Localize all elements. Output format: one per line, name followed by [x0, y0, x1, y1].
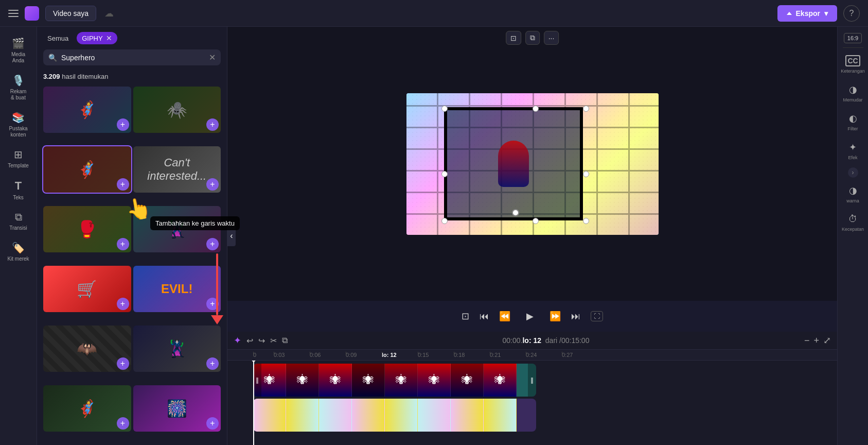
selection-handle-mr[interactable] [583, 171, 589, 177]
frame-2: 🕷 [319, 364, 352, 397]
ruler-mark-9: 0:27 [562, 352, 598, 358]
gif-item-3[interactable]: Can't interested... + [133, 146, 221, 193]
search-row: 🔍 ✕ [43, 49, 221, 65]
gif-item-4[interactable]: 🥊 + [43, 206, 131, 252]
sidebar-item-brand[interactable]: 🏷️ Kit merek [2, 237, 35, 266]
gif-add-button-2[interactable]: + [117, 178, 129, 191]
gif-frame-5 [418, 399, 451, 432]
right-panel-captions[interactable]: CC Keterangan [839, 52, 867, 77]
gif-item-10[interactable]: 🦸 + [43, 385, 131, 432]
magic-tool-button[interactable]: ✦ [234, 335, 241, 346]
playhead[interactable] [253, 361, 254, 445]
fast-forward-button[interactable]: ⏩ [550, 311, 561, 322]
ratio-badge[interactable]: 16:9 [844, 33, 862, 43]
ruler-mark-3: 0:09 [346, 352, 382, 358]
selection-handle-tr[interactable] [583, 106, 589, 112]
redo-button[interactable]: ↪ [258, 336, 265, 346]
project-title[interactable]: Video saya [45, 6, 96, 21]
subtitle-toggle-button[interactable]: ⊡ [462, 311, 469, 322]
gif-add-button-6[interactable]: + [117, 298, 129, 310]
pip-button[interactable]: ⧉ [525, 31, 540, 45]
zoom-out-button[interactable]: − [804, 335, 810, 346]
panel-collapse-button[interactable]: ‹ [227, 226, 236, 246]
gif-item-6[interactable]: 🛒 + [43, 266, 131, 312]
blend-label: Memudar [843, 97, 862, 102]
timeline-tracks: ‖ 🕷 🕷 🕷 🕷 🕷 🕷 🕷 🕷 ‖ [227, 361, 837, 445]
filter-icon: ◐ [849, 113, 857, 124]
blend-icon: ◑ [849, 84, 857, 95]
right-panel-blend[interactable]: ◑ Memudar [839, 81, 867, 106]
color-label: warna [846, 198, 859, 203]
track-handle-left-video[interactable]: ‖ [253, 364, 261, 397]
preview-toolbar: ⊡ ⧉ ··· [506, 31, 559, 45]
help-button[interactable]: ? [843, 5, 860, 22]
effects-label: Efek [848, 155, 857, 160]
gif-item-8[interactable]: 🦇 + [43, 326, 131, 372]
sidebar-item-text[interactable]: T Teks [2, 175, 35, 205]
sidebar-item-transition[interactable]: ⧉ Transisi [2, 207, 35, 235]
selection-handle-bm[interactable] [533, 218, 539, 224]
rewind-button[interactable]: ⏪ [499, 311, 510, 322]
gif-add-button-8[interactable]: + [117, 357, 129, 370]
gif-add-button-3[interactable]: + [206, 178, 219, 191]
playback-controls: ⊡ ⏮ ⏪ ▶ ⏩ ⏭ ⛶ [227, 301, 837, 332]
copy-button[interactable]: ⧉ [282, 336, 288, 345]
filter-giphy-close[interactable]: ✕ [106, 34, 112, 42]
gif-add-button-1[interactable]: + [206, 118, 219, 131]
sidebar-item-library[interactable]: 📚 Pustaka konten [2, 107, 35, 142]
undo-button[interactable]: ↩ [246, 336, 253, 346]
selection-handle-bl[interactable] [441, 218, 448, 224]
gif-item-0[interactable]: 🦸 + [43, 87, 131, 133]
cut-button[interactable]: ✂ [270, 336, 277, 346]
skip-back-button[interactable]: ⏮ [480, 311, 489, 322]
sidebar-item-media[interactable]: 🎬 Media Anda [2, 33, 35, 68]
export-button[interactable]: Ekspor ▾ [777, 5, 837, 22]
gif-add-button-10[interactable]: + [117, 417, 129, 430]
gif-add-button-9[interactable]: + [206, 357, 219, 370]
right-panel-speed[interactable]: ⏱ Kecepatan [839, 211, 867, 235]
track-handle-right-video[interactable]: ‖ [528, 364, 536, 397]
right-panel-effects[interactable]: ✦ Efek [839, 139, 867, 163]
gif-frame-0 [253, 399, 286, 432]
selection-handle-br[interactable] [583, 218, 589, 224]
gif-item-5[interactable]: 🦹 + [133, 206, 221, 252]
gif-add-button-0[interactable]: + [117, 118, 129, 131]
selection-handle-tm[interactable] [533, 106, 539, 112]
gif-item-11[interactable]: 🎆 + [133, 385, 221, 432]
filter-all[interactable]: Semua [43, 32, 73, 44]
sidebar-item-template[interactable]: ⊞ Template [2, 144, 35, 173]
fit-button[interactable]: ⤢ [823, 335, 831, 346]
gif-add-button-5[interactable]: + [206, 238, 219, 250]
ruler-mark-2: 0:06 [310, 352, 346, 358]
menu-button[interactable] [8, 10, 19, 17]
selection-handle-ml[interactable] [441, 171, 448, 177]
gif-item-9[interactable]: 🦹‍♂️ + [133, 326, 221, 372]
gif-item-1[interactable]: 🕷️ + [133, 87, 221, 133]
play-pause-button[interactable]: ▶ [521, 307, 539, 326]
skip-forward-button[interactable]: ⏭ [571, 311, 580, 322]
ruler-mark-1: 0:03 [274, 352, 310, 358]
gif-add-button-7[interactable]: + [206, 298, 219, 310]
time-total: dari /00:15:00 [545, 336, 590, 345]
color-icon: ◑ [849, 185, 857, 196]
gif-item-2[interactable]: 🦸‍♀️ + [43, 146, 131, 193]
more-button[interactable]: ··· [544, 31, 559, 45]
gif-add-button-11[interactable]: + [206, 417, 219, 430]
library-icon: 📚 [12, 111, 25, 124]
crop-button[interactable]: ⊡ [506, 31, 521, 45]
gif-item-7[interactable]: EVIL! + [133, 266, 221, 312]
gif-grid: 🦸 + 🕷️ + 🦸‍♀️ + [37, 84, 227, 445]
expand-arrow[interactable]: › [848, 167, 858, 178]
gif-add-button-4[interactable]: + [117, 238, 129, 250]
search-input[interactable] [61, 54, 205, 62]
right-panel-filter[interactable]: ◐ Filter [839, 110, 867, 134]
ruler-mark-6: 0:18 [454, 352, 490, 358]
sidebar-item-record[interactable]: 🎙️ Rekam& buat [2, 70, 35, 105]
search-clear-icon[interactable]: ✕ [209, 53, 216, 62]
export-upload-icon [787, 12, 792, 15]
zoom-controls: − + ⤢ [804, 335, 831, 346]
zoom-in-button[interactable]: + [813, 335, 819, 346]
fullscreen-button[interactable]: ⛶ [591, 311, 603, 321]
frame-1: 🕷 [286, 364, 319, 397]
right-panel-color[interactable]: ◑ warna [839, 182, 867, 207]
